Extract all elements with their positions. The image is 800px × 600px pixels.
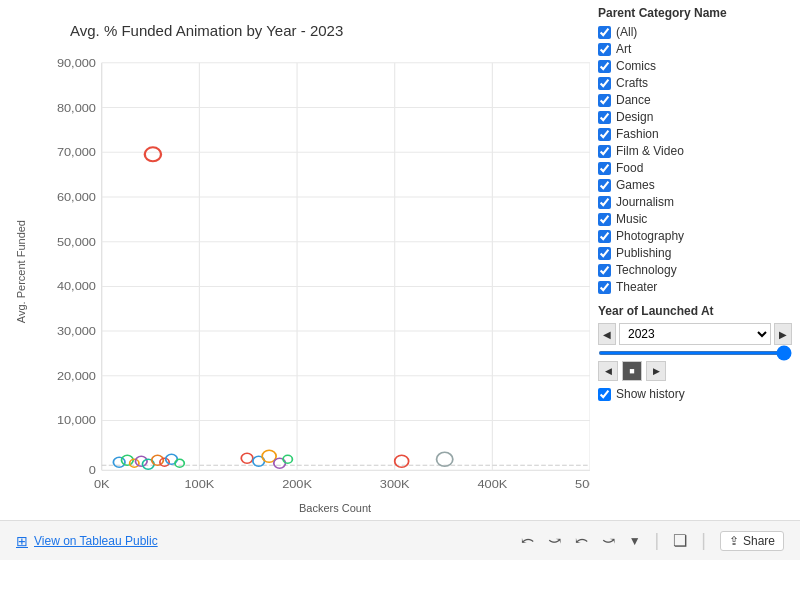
category-label-9: Games — [616, 178, 655, 192]
category-item-film---video[interactable]: Film & Video — [598, 144, 792, 158]
category-label-7: Film & Video — [616, 144, 684, 158]
category-item-theater[interactable]: Theater — [598, 280, 792, 294]
tableau-grid-icon: ⊞ — [16, 533, 28, 549]
show-history-label: Show history — [616, 387, 685, 401]
category-label-5: Design — [616, 110, 653, 124]
category-checkbox-12[interactable] — [598, 230, 611, 243]
year-slider[interactable] — [598, 351, 792, 355]
category-label-1: Art — [616, 42, 631, 56]
category-checkbox-15[interactable] — [598, 281, 611, 294]
share-label: Share — [743, 534, 775, 548]
data-point — [152, 455, 164, 465]
year-section-title: Year of Launched At — [598, 304, 792, 318]
category-item--all-[interactable]: (All) — [598, 25, 792, 39]
tableau-link[interactable]: ⊞ View on Tableau Public — [16, 533, 158, 549]
svg-text:40,000: 40,000 — [57, 280, 96, 293]
year-next-button[interactable]: ▶ — [774, 323, 792, 345]
category-item-dance[interactable]: Dance — [598, 93, 792, 107]
category-label-13: Publishing — [616, 246, 671, 260]
play-prev-button[interactable]: ◀ — [598, 361, 618, 381]
category-filter-list: (All)ArtComicsCraftsDanceDesignFashionFi… — [598, 25, 792, 294]
category-checkbox-7[interactable] — [598, 145, 611, 158]
category-item-journalism[interactable]: Journalism — [598, 195, 792, 209]
svg-text:20,000: 20,000 — [57, 370, 96, 383]
share-button[interactable]: ⇪ Share — [720, 531, 784, 551]
category-item-technology[interactable]: Technology — [598, 263, 792, 277]
dropdown-icon[interactable]: ▼ — [629, 534, 641, 548]
category-label-6: Fashion — [616, 127, 659, 141]
data-point — [283, 455, 292, 463]
category-checkbox-2[interactable] — [598, 60, 611, 73]
play-next-button[interactable]: ▶ — [646, 361, 666, 381]
separator: | — [655, 530, 660, 551]
x-axis-label: Backers Count — [80, 502, 590, 520]
bottom-icons: ⤺ ⤻ ⤺ ⤻ ▼ | ❏ | ⇪ Share — [521, 530, 784, 551]
separator2: | — [701, 530, 706, 551]
right-panel: Parent Category Name (All)ArtComicsCraft… — [590, 0, 800, 520]
category-item-fashion[interactable]: Fashion — [598, 127, 792, 141]
category-label-0: (All) — [616, 25, 637, 39]
show-history-row: Show history — [598, 387, 792, 401]
category-checkbox-0[interactable] — [598, 26, 611, 39]
svg-text:500K: 500K — [575, 478, 590, 491]
undo-icon[interactable]: ⤺ — [521, 531, 534, 550]
svg-text:30,000: 30,000 — [57, 325, 96, 338]
play-stop-button[interactable]: ■ — [622, 361, 642, 381]
category-label-12: Photography — [616, 229, 684, 243]
expand-icon[interactable]: ❏ — [673, 531, 687, 550]
category-checkbox-1[interactable] — [598, 43, 611, 56]
filter-title: Parent Category Name — [598, 6, 792, 20]
svg-text:0K: 0K — [94, 478, 110, 491]
show-history-checkbox[interactable] — [598, 388, 611, 401]
data-point — [241, 453, 253, 463]
year-select[interactable]: 2009201020112012201320142015201620172018… — [619, 323, 771, 345]
category-label-10: Journalism — [616, 195, 674, 209]
category-item-crafts[interactable]: Crafts — [598, 76, 792, 90]
category-checkbox-11[interactable] — [598, 213, 611, 226]
category-checkbox-8[interactable] — [598, 162, 611, 175]
svg-text:60,000: 60,000 — [57, 191, 96, 204]
category-label-2: Comics — [616, 59, 656, 73]
category-label-14: Technology — [616, 263, 677, 277]
y-axis-label: Avg. Percent Funded — [15, 220, 27, 323]
year-prev-button[interactable]: ◀ — [598, 323, 616, 345]
category-checkbox-4[interactable] — [598, 94, 611, 107]
category-item-food[interactable]: Food — [598, 161, 792, 175]
svg-text:70,000: 70,000 — [57, 146, 96, 159]
category-checkbox-3[interactable] — [598, 77, 611, 90]
year-slider-row — [598, 351, 792, 355]
category-item-music[interactable]: Music — [598, 212, 792, 226]
year-select-row: ◀ 20092010201120122013201420152016201720… — [598, 323, 792, 345]
tableau-link-label: View on Tableau Public — [34, 534, 158, 548]
category-item-comics[interactable]: Comics — [598, 59, 792, 73]
svg-text:10,000: 10,000 — [57, 414, 96, 427]
category-item-art[interactable]: Art — [598, 42, 792, 56]
category-item-publishing[interactable]: Publishing — [598, 246, 792, 260]
share-icon: ⇪ — [729, 534, 739, 548]
category-checkbox-10[interactable] — [598, 196, 611, 209]
data-point — [437, 452, 453, 466]
chart-title: Avg. % Funded Animation by Year - 2023 — [10, 10, 590, 43]
svg-text:400K: 400K — [477, 478, 507, 491]
svg-text:50,000: 50,000 — [57, 236, 96, 249]
redo-icon[interactable]: ⤻ — [548, 531, 561, 550]
category-item-games[interactable]: Games — [598, 178, 792, 192]
category-item-design[interactable]: Design — [598, 110, 792, 124]
data-point — [145, 147, 161, 161]
svg-text:80,000: 80,000 — [57, 101, 96, 114]
svg-text:0: 0 — [89, 464, 97, 477]
year-section: Year of Launched At ◀ 200920102011201220… — [598, 304, 792, 401]
data-point — [175, 459, 184, 467]
forward-icon[interactable]: ⤻ — [602, 531, 615, 550]
svg-text:300K: 300K — [380, 478, 410, 491]
category-checkbox-14[interactable] — [598, 264, 611, 277]
category-label-8: Food — [616, 161, 643, 175]
category-checkbox-9[interactable] — [598, 179, 611, 192]
svg-text:200K: 200K — [282, 478, 312, 491]
category-item-photography[interactable]: Photography — [598, 229, 792, 243]
category-checkbox-6[interactable] — [598, 128, 611, 141]
category-label-11: Music — [616, 212, 647, 226]
category-checkbox-5[interactable] — [598, 111, 611, 124]
category-checkbox-13[interactable] — [598, 247, 611, 260]
back-icon[interactable]: ⤺ — [575, 531, 588, 550]
